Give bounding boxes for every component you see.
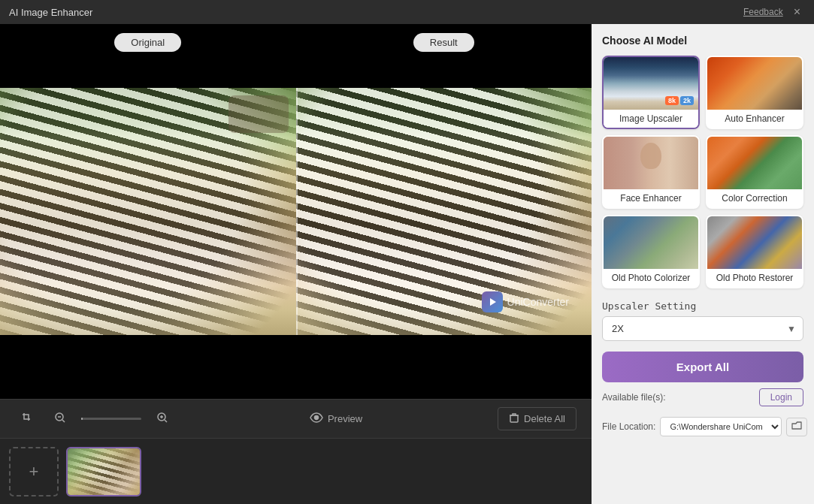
zoom-out-icon bbox=[54, 412, 66, 426]
svg-line-7 bbox=[165, 420, 167, 422]
auto-enhancer-label: Auto Enhancer bbox=[707, 110, 802, 128]
badge-8k: 8k bbox=[665, 96, 679, 105]
model-card-face-enhancer[interactable]: Face Enhancer bbox=[602, 135, 700, 209]
toolbar: Preview Delete All bbox=[0, 399, 592, 438]
available-files-row: Available file(s): Login bbox=[602, 388, 803, 406]
face-enhancer-thumb bbox=[604, 137, 698, 189]
restorer-label: Old Photo Restorer bbox=[707, 269, 802, 287]
zoom-in-icon bbox=[156, 412, 168, 426]
upscaler-setting: Upscaler Setting 2X 4X 8X ▼ bbox=[602, 300, 803, 341]
crop-icon bbox=[21, 412, 33, 426]
badge-2k: 2k bbox=[680, 96, 694, 105]
face-enhancer-label: Face Enhancer bbox=[604, 189, 698, 207]
app-title: AI Image Enhancer bbox=[9, 7, 92, 18]
svg-line-3 bbox=[62, 420, 65, 422]
thumbnail-item[interactable] bbox=[66, 447, 141, 496]
top-black-bar bbox=[0, 24, 592, 88]
folder-icon bbox=[791, 421, 802, 433]
zoom-out-button[interactable] bbox=[48, 409, 72, 429]
upscaler-setting-label: Upscaler Setting bbox=[602, 300, 803, 312]
upscaler-label: Image Upscaler bbox=[604, 110, 698, 128]
colorizer-thumb bbox=[604, 216, 698, 269]
close-button[interactable]: × bbox=[789, 4, 805, 20]
feedback-link[interactable]: Feedback bbox=[743, 7, 783, 17]
svg-rect-9 bbox=[510, 415, 518, 422]
left-panel: Original Result bbox=[0, 24, 592, 504]
toolbar-left bbox=[15, 409, 174, 429]
file-location-select[interactable]: G:\Wondershare UniCom bbox=[660, 417, 782, 436]
upscaler-select-wrapper: 2X 4X 8X ▼ bbox=[602, 316, 803, 341]
plus-icon: + bbox=[29, 462, 39, 481]
preview-button[interactable]: Preview bbox=[304, 409, 368, 428]
watermark-icon bbox=[482, 291, 503, 312]
model-grid: 8k 2k Image Upscaler Auto Enhancer bbox=[602, 56, 803, 288]
trash-icon bbox=[509, 412, 519, 425]
color-correction-label: Color Correction bbox=[707, 189, 802, 207]
right-panel: Choose AI Model 8k 2k Image Upscaler bbox=[592, 24, 814, 504]
model-card-auto-enhancer[interactable]: Auto Enhancer bbox=[706, 56, 803, 129]
choose-model-title: Choose AI Model bbox=[602, 35, 803, 47]
delete-all-label: Delete All bbox=[524, 413, 565, 424]
preview-label: Preview bbox=[328, 413, 362, 424]
color-correction-thumb bbox=[707, 137, 802, 189]
svg-point-8 bbox=[314, 416, 318, 420]
export-all-button[interactable]: Export All bbox=[602, 352, 803, 382]
file-location-row: File Location: G:\Wondershare UniCom bbox=[602, 417, 803, 436]
zoom-slider[interactable] bbox=[81, 418, 141, 420]
delete-all-button[interactable]: Delete All bbox=[498, 407, 576, 430]
filmstrip: + bbox=[0, 438, 592, 504]
watermark: UniConverter bbox=[482, 291, 569, 312]
title-bar-right: Feedback × bbox=[743, 4, 805, 20]
zoom-in-button[interactable] bbox=[150, 409, 174, 429]
restorer-thumb bbox=[707, 216, 802, 269]
zoom-control bbox=[81, 418, 141, 420]
crop-tool-button[interactable] bbox=[15, 409, 39, 429]
watermark-text: UniConverter bbox=[507, 296, 569, 308]
add-image-button[interactable]: + bbox=[9, 447, 59, 496]
auto-enhancer-thumb bbox=[707, 57, 802, 110]
image-divider bbox=[296, 88, 298, 335]
image-area: Original Result bbox=[0, 24, 592, 399]
model-card-colorizer[interactable]: Old Photo Colorizer bbox=[602, 215, 700, 288]
upscaler-badge: 8k 2k bbox=[665, 96, 694, 105]
file-location-label: File Location: bbox=[602, 421, 655, 432]
bottom-black-bar bbox=[0, 335, 592, 399]
preview-eye-icon bbox=[310, 412, 323, 425]
model-card-color-correction[interactable]: Color Correction bbox=[706, 135, 803, 209]
upscaler-select[interactable]: 2X 4X 8X bbox=[602, 316, 803, 341]
title-bar-left: AI Image Enhancer bbox=[9, 7, 92, 18]
login-button[interactable]: Login bbox=[759, 388, 803, 406]
image-display: UniConverter bbox=[0, 88, 592, 335]
original-image-half bbox=[0, 88, 296, 335]
colorizer-label: Old Photo Colorizer bbox=[604, 269, 698, 287]
svg-marker-0 bbox=[490, 298, 496, 306]
title-bar: AI Image Enhancer Feedback × bbox=[0, 0, 814, 24]
main-layout: Original Result bbox=[0, 24, 814, 504]
model-card-upscaler[interactable]: 8k 2k Image Upscaler bbox=[602, 56, 700, 129]
result-image-half: UniConverter bbox=[296, 88, 592, 335]
right-panel-inner: Choose AI Model 8k 2k Image Upscaler bbox=[592, 24, 814, 504]
upscaler-thumb: 8k 2k bbox=[604, 57, 698, 110]
browse-folder-button[interactable] bbox=[786, 418, 807, 436]
available-files-label: Available file(s): bbox=[602, 392, 665, 403]
model-card-restorer[interactable]: Old Photo Restorer bbox=[706, 215, 803, 288]
